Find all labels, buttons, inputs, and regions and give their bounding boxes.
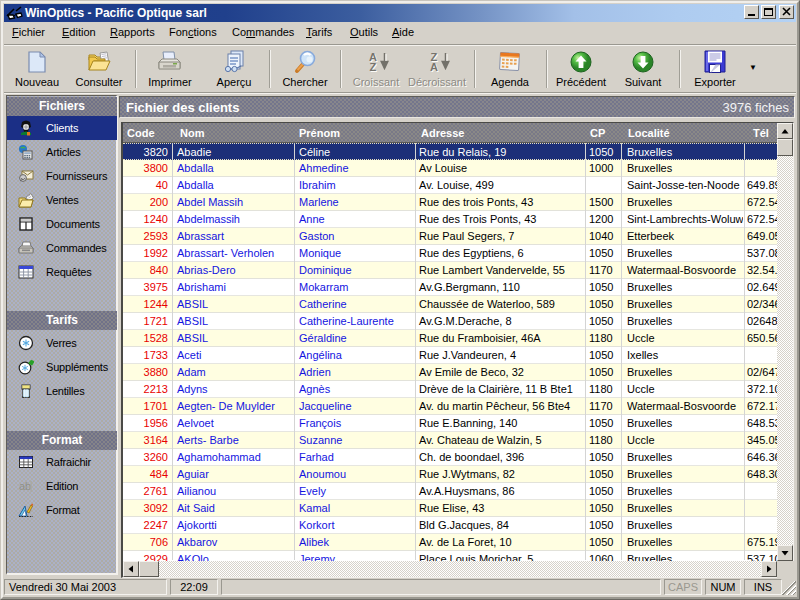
svg-text:ab: ab <box>19 480 31 492</box>
